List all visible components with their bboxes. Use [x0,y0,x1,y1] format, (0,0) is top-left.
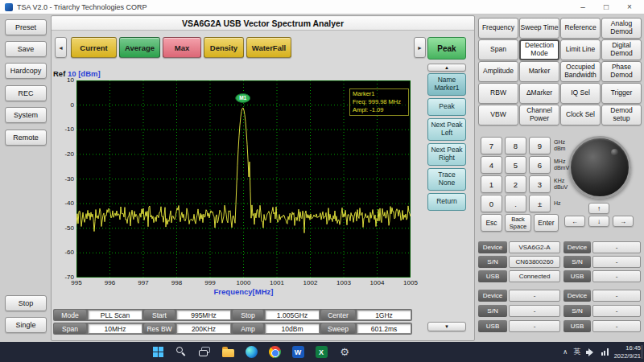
status-label-start: Start [144,310,175,320]
softkey-sweep-time[interactable]: Sweep Time [519,18,559,39]
key-enter[interactable]: Enter [534,214,559,232]
softkey-rbw[interactable]: RBW [478,83,518,104]
nav-down-button[interactable]: ↓ [588,216,609,227]
trace-tab-average[interactable]: Average [119,37,160,58]
device-field-value--0-2: - [592,270,641,282]
sidebar-button-stop[interactable]: Stop [5,295,47,311]
unit-key-mhz[interactable]: MHzdBmV [554,156,572,174]
softkey-marker[interactable]: Marker [519,61,559,82]
menu-item-name-marker1[interactable]: NameMarker1 [427,73,466,96]
key-5[interactable]: 5 [505,156,526,174]
menu-item-next-peak-left[interactable]: Next PeakLeft [427,118,466,141]
trace-scroll-right-button[interactable]: ► [414,37,426,58]
menu-item-return[interactable]: Return [427,193,466,211]
softkey-digital-demod[interactable]: DigitalDemod [601,39,642,60]
softkey-vbw[interactable]: VBW [478,105,518,125]
tray-date: 2022/9/21 [614,352,641,360]
chrome-icon[interactable] [266,343,283,361]
start-icon[interactable] [149,343,167,361]
search-icon[interactable] [172,343,190,361]
status-label-res-bw: Res BW [144,323,175,334]
softkey-reference[interactable]: Reference [560,18,601,39]
sidebar-button-save[interactable]: Save [5,41,47,57]
status-value-start: 995MHz [176,310,231,320]
x-tick-label-1002: 1002 [299,279,323,286]
rotary-knob[interactable] [568,136,631,199]
softkey-occupied-bandwidth[interactable]: OccupiedBandwidth [560,61,601,82]
softkey-iq-sel[interactable]: IQ Sel [560,83,601,104]
softkey-channel-power[interactable]: ChannelPower [519,105,559,125]
softkey-frequency[interactable]: Frequency [478,18,518,39]
key-8[interactable]: 8 [505,137,526,154]
key-2[interactable]: 2 [505,175,526,193]
nav-up-button[interactable]: ↑ [588,203,609,214]
key-0[interactable]: 0 [481,195,502,212]
volume-icon[interactable] [586,348,594,356]
settings-icon[interactable]: ⚙ [336,343,353,361]
softkey-trigger[interactable]: Trigger [601,83,642,104]
sidebar-button-hardcopy[interactable]: Hardcopy [5,63,47,79]
key-7[interactable]: 7 [481,137,502,154]
softkey-span[interactable]: Span [478,39,518,60]
file-explorer-icon[interactable] [219,343,237,361]
x-tick-label-996: 996 [98,279,122,286]
softkey-analog-demod[interactable]: AnalogDemod [601,18,642,39]
key-6[interactable]: 6 [529,156,551,174]
unit-key-khz[interactable]: KHzdBuV [554,175,572,193]
excel-icon[interactable]: X [312,343,330,361]
unit-key-hz[interactable]: Hz [554,195,572,212]
clock[interactable]: 16:45 2022/9/21 [614,344,641,360]
sidebar-button-preset[interactable]: Preset [5,19,47,35]
softkey-marker[interactable]: ΔMarker [519,83,559,104]
trace-scroll-left-button[interactable]: ◄ [55,37,67,58]
key-esc[interactable]: Esc [481,214,502,232]
trace-tab-waterfall[interactable]: WaterFall [246,37,291,58]
trace-tab-density[interactable]: Density [204,37,244,58]
softkey-amplitude[interactable]: Amplitude [478,61,518,82]
trace-tab-max[interactable]: Max [163,37,201,58]
sidebar-button-system[interactable]: System [5,107,47,123]
status-value-amp: 10dBm [265,323,320,334]
menu-scroll-down-button[interactable]: ▼ [427,322,466,331]
nav-left-button[interactable]: ← [564,216,585,227]
status-value-sweep: 601.2ms [357,323,411,334]
unit-key-ghz[interactable]: GHzdBm [554,137,572,154]
softkey-phase-demod[interactable]: PhaseDemod [601,61,642,82]
sidebar-button-remote[interactable]: Remote [5,130,47,146]
sidebar-button-rec[interactable]: REC [5,85,47,101]
window-titlebar: TSA V2.0 - Triarchy Technologies CORP – … [0,0,644,14]
softkey-demod-setup[interactable]: Demodsetup [601,105,642,125]
word-icon[interactable]: W [289,343,307,361]
trace-tab-current[interactable]: Current [71,37,117,58]
key-3[interactable]: 3 [529,175,551,193]
menu-item-trace-none[interactable]: TraceNone [427,168,466,191]
key-back-space[interactable]: BackSpace [505,214,531,232]
key-9[interactable]: 9 [529,137,551,154]
nav-right-button[interactable]: → [613,216,634,227]
key-plus-minus[interactable]: ± [529,195,551,212]
edge-icon[interactable] [242,343,260,361]
menu-item-next-peak-right[interactable]: Next PeakRight [427,143,466,166]
key-dot[interactable]: . [505,195,526,212]
device-field-label-usb-0-2: USB [478,270,507,282]
task-view-icon[interactable] [196,343,213,361]
maximize-button[interactable]: □ [597,1,616,14]
device-field-label-s-n-0-1: S/N [478,256,507,268]
menu-scroll-up-button[interactable]: ▲ [427,64,466,72]
x-tick-label-998: 998 [165,279,189,286]
menu-item-peak[interactable]: Peak [427,98,466,116]
network-icon[interactable] [600,348,609,356]
minimize-button[interactable]: – [573,1,592,14]
status-label-center: Center [321,310,355,320]
peak-menu-header[interactable]: Peak [427,37,466,60]
spectrum-trace [76,108,411,233]
softkey-limit-line[interactable]: Limit Line [560,39,601,60]
ime-indicator[interactable]: 英 [573,347,580,357]
key-1[interactable]: 1 [481,175,502,193]
sidebar-button-single[interactable]: Single [5,317,47,333]
key-4[interactable]: 4 [481,156,502,174]
tray-expand-icon[interactable]: ∧ [563,348,568,356]
softkey-detection-mode[interactable]: DetectionMode [519,39,559,60]
close-button[interactable]: × [620,1,639,14]
softkey-clock-sel[interactable]: Clock Sel [560,105,601,125]
